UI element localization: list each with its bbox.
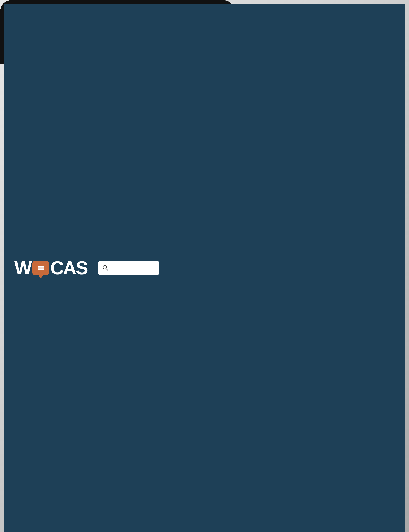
laptop-mockup: W CAS xyxy=(0,0,234,64)
